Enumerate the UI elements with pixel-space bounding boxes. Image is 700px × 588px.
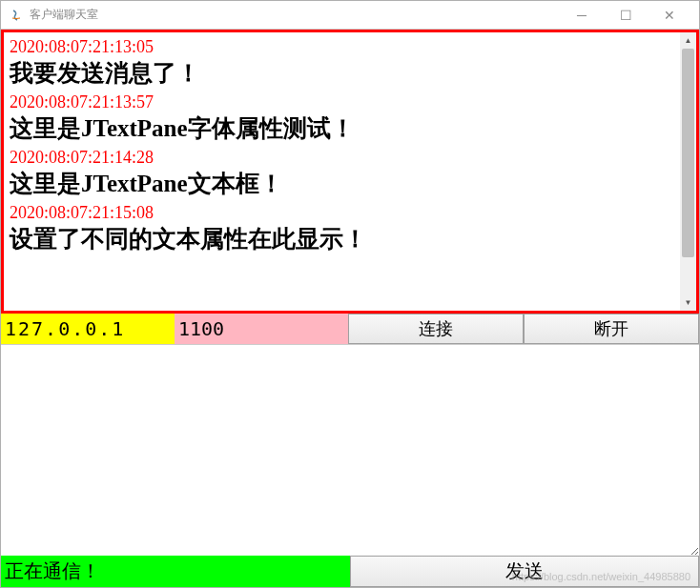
minimize-button[interactable]: ─ (560, 1, 604, 30)
maximize-button[interactable]: ☐ (604, 1, 648, 30)
disconnect-button[interactable]: 断开 (524, 314, 699, 344)
chat-message: 2020:08:07:21:13:57这里是JTextPane字体属性测试！ (10, 91, 674, 145)
scroll-thumb[interactable] (682, 49, 694, 257)
message-text: 这里是JTextPane文本框！ (10, 169, 674, 200)
compose-textarea[interactable] (1, 345, 699, 556)
message-timestamp: 2020:08:07:21:14:28 (10, 147, 674, 169)
window-controls: ─ ☐ ✕ (560, 1, 691, 30)
chat-pane-wrapper: 2020:08:07:21:13:05我要发送消息了！2020:08:07:21… (1, 30, 699, 314)
send-button-label: 发送 (505, 558, 544, 584)
titlebar: 客户端聊天室 ─ ☐ ✕ (1, 1, 699, 30)
message-timestamp: 2020:08:07:21:13:05 (10, 36, 674, 58)
bottom-row: 正在通信！ 发送 https://blog.csdn.net/weixin_44… (1, 556, 699, 587)
scroll-track[interactable] (680, 49, 696, 294)
port-input[interactable] (175, 314, 348, 344)
chat-scrollbar[interactable]: ▲ ▼ (680, 32, 696, 311)
java-icon (9, 8, 24, 23)
scroll-down-button[interactable]: ▼ (680, 294, 696, 311)
close-button[interactable]: ✕ (648, 1, 691, 30)
message-text: 设置了不同的文本属性在此显示！ (10, 224, 674, 255)
window-title: 客户端聊天室 (30, 7, 560, 23)
connect-button[interactable]: 连接 (348, 314, 524, 344)
chat-message: 2020:08:07:21:13:05我要发送消息了！ (10, 36, 674, 90)
message-timestamp: 2020:08:07:21:15:08 (10, 202, 674, 224)
message-timestamp: 2020:08:07:21:13:57 (10, 91, 674, 113)
status-label: 正在通信！ (1, 556, 350, 587)
ip-input[interactable] (1, 314, 175, 344)
scroll-up-button[interactable]: ▲ (680, 32, 696, 49)
connection-row: 连接 断开 (1, 314, 699, 345)
app-window: 客户端聊天室 ─ ☐ ✕ 2020:08:07:21:13:05我要发送消息了！… (0, 0, 700, 588)
message-text: 这里是JTextPane字体属性测试！ (10, 113, 674, 145)
content-area: 2020:08:07:21:13:05我要发送消息了！2020:08:07:21… (1, 30, 699, 587)
send-button[interactable]: 发送 https://blog.csdn.net/weixin_44985880 (350, 556, 699, 587)
chat-message: 2020:08:07:21:15:08设置了不同的文本属性在此显示！ (10, 202, 674, 255)
chat-textpane[interactable]: 2020:08:07:21:13:05我要发送消息了！2020:08:07:21… (4, 32, 680, 311)
message-text: 我要发送消息了！ (10, 58, 674, 90)
chat-message: 2020:08:07:21:14:28这里是JTextPane文本框！ (10, 147, 674, 200)
